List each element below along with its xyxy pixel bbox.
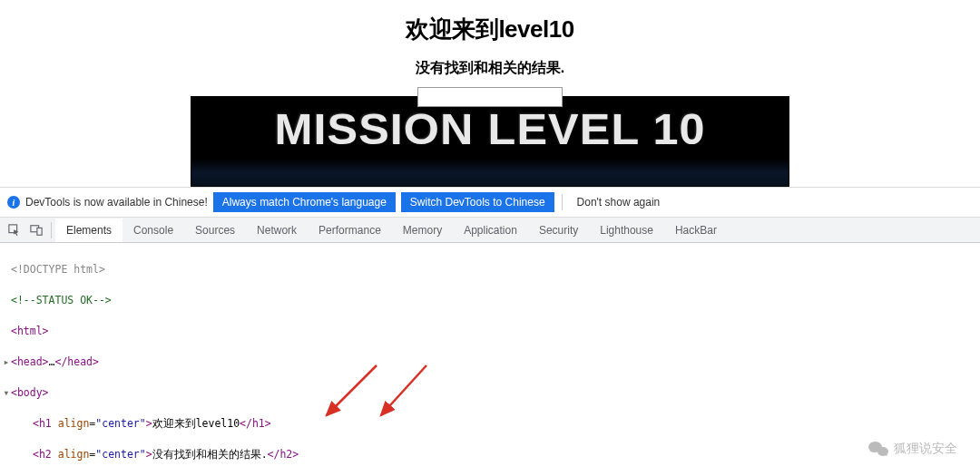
devtools-elements-panel[interactable]: <!DOCTYPE html> <!--STATUS OK--> <html> … bbox=[0, 243, 980, 476]
dont-show-again-button[interactable]: Don't show again bbox=[570, 192, 668, 212]
tab-memory[interactable]: Memory bbox=[392, 219, 453, 242]
dom-node-html[interactable]: <html> bbox=[0, 324, 980, 339]
dom-node-body[interactable]: ▾<body> bbox=[0, 385, 980, 401]
devtools-tab-bar: Elements Console Sources Network Perform… bbox=[0, 218, 980, 243]
dom-node-h1[interactable]: <h1 align="center">欢迎来到level10</h1> bbox=[0, 416, 980, 432]
tab-hackbar[interactable]: HackBar bbox=[664, 219, 728, 242]
tab-security[interactable]: Security bbox=[528, 219, 589, 242]
dom-node-comment[interactable]: <!--STATUS OK--> bbox=[0, 293, 980, 308]
mission-banner: MISSION LEVEL 10 bbox=[191, 96, 789, 187]
info-icon: i bbox=[7, 196, 20, 209]
page-heading: 欢迎来到level10 bbox=[0, 14, 980, 45]
device-toolbar-icon[interactable] bbox=[25, 219, 47, 241]
watermark-text: 狐狸说安全 bbox=[894, 441, 957, 457]
dom-node-head[interactable]: ▸<head>…</head> bbox=[0, 355, 980, 370]
wechat-icon bbox=[868, 440, 888, 458]
switch-devtools-language-button[interactable]: Switch DevTools to Chinese bbox=[401, 192, 554, 212]
always-match-language-button[interactable]: Always match Chrome's language bbox=[213, 192, 396, 212]
dom-node-h2[interactable]: <h2 align="center">没有找到和相关的结果.</h2> bbox=[0, 447, 980, 462]
dom-node-doctype[interactable]: <!DOCTYPE html> bbox=[0, 262, 980, 277]
notice-text: DevTools is now available in Chinese! bbox=[25, 196, 208, 209]
tab-lighthouse[interactable]: Lighthouse bbox=[589, 219, 664, 242]
page-subheading: 没有找到和相关的结果. bbox=[0, 59, 980, 78]
tab-application[interactable]: Application bbox=[453, 219, 528, 242]
devtools-language-notice: i DevTools is now available in Chinese! … bbox=[0, 187, 980, 218]
tab-performance[interactable]: Performance bbox=[308, 219, 392, 242]
tab-sources[interactable]: Sources bbox=[184, 219, 246, 242]
banner-text: MISSION LEVEL 10 bbox=[191, 104, 789, 154]
tab-network[interactable]: Network bbox=[246, 219, 308, 242]
wechat-watermark: 狐狸说安全 bbox=[868, 440, 957, 458]
text-input[interactable] bbox=[417, 87, 563, 107]
tab-elements[interactable]: Elements bbox=[55, 219, 122, 242]
inspect-element-icon[interactable] bbox=[4, 219, 25, 241]
tab-console[interactable]: Console bbox=[122, 219, 184, 242]
rendered-page: 欢迎来到level10 没有找到和相关的结果. MISSION LEVEL 10 bbox=[0, 0, 980, 187]
svg-rect-2 bbox=[37, 228, 42, 235]
